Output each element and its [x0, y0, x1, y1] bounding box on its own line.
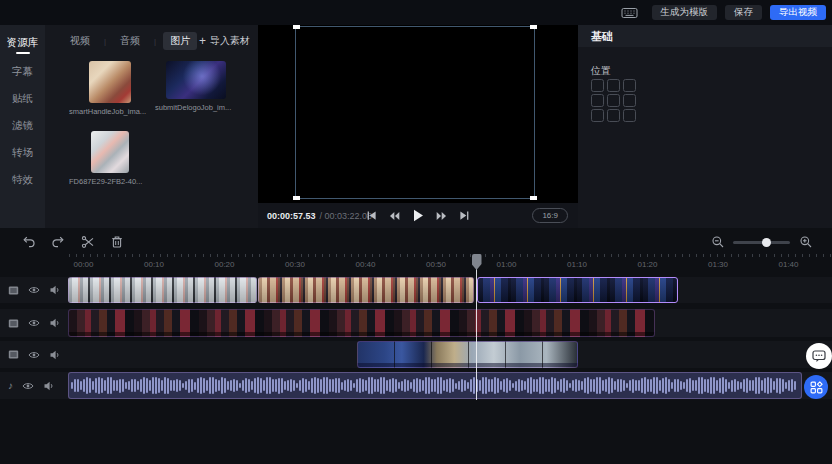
toggle-visibility-eye-icon[interactable] [28, 349, 40, 361]
media-thumbnail-cat-tan[interactable] [89, 61, 131, 103]
ruler-tick [301, 254, 302, 257]
media-thumbnail-news[interactable] [166, 61, 226, 99]
import-material-button[interactable]: + 导入素材 [199, 34, 250, 48]
redo-button[interactable] [50, 234, 66, 250]
waveform-bar [188, 379, 190, 393]
waveform-bar [677, 379, 679, 392]
split-scissors-button[interactable] [80, 234, 96, 250]
zoom-slider-thumb[interactable] [762, 238, 771, 247]
waveform-bar [257, 377, 259, 394]
toggle-mute-speaker-icon[interactable] [49, 284, 61, 296]
sidebar-item-captions[interactable]: 字幕 [0, 58, 45, 85]
ruler-label: 01:30 [708, 260, 728, 269]
waveform-bar [317, 378, 319, 392]
waveform-bar [170, 380, 172, 391]
ruler-tick [520, 254, 521, 257]
waveform-bar [596, 377, 598, 395]
position-cell[interactable] [591, 79, 604, 92]
ruler-tick [421, 254, 422, 257]
position-cell[interactable] [623, 79, 636, 92]
waveform-bar [233, 379, 235, 392]
position-cell[interactable] [623, 109, 636, 122]
position-cell[interactable] [607, 94, 620, 107]
toggle-visibility-eye-icon[interactable] [22, 380, 34, 392]
waveform-bar [509, 380, 511, 392]
waveform-bar [638, 380, 640, 390]
save-button[interactable]: 保存 [725, 5, 762, 20]
audio-clip[interactable] [68, 372, 802, 399]
sidebar-item-stickers[interactable]: 贴纸 [0, 85, 45, 112]
sidebar-item-library[interactable]: 资源库 [0, 31, 45, 58]
video-clip[interactable] [68, 277, 257, 303]
ruler-tick [97, 254, 98, 257]
ruler-tick [830, 254, 831, 257]
media-item[interactable]: smartHandleJob_ima... [69, 61, 151, 116]
comment-bubble-button[interactable] [806, 343, 832, 369]
toggle-visibility-eye-icon[interactable] [28, 317, 40, 329]
film-strip-icon[interactable] [8, 285, 19, 296]
ruler-tick [160, 254, 161, 257]
export-video-button[interactable]: 导出视频 [770, 5, 826, 20]
waveform-bar [461, 379, 463, 392]
toggle-mute-speaker-icon[interactable] [43, 380, 55, 392]
video-clip[interactable] [258, 277, 474, 303]
toggle-mute-speaker-icon[interactable] [49, 349, 61, 361]
keyboard-shortcuts-icon[interactable] [621, 7, 638, 19]
zoom-in-icon[interactable] [798, 234, 814, 250]
play-button[interactable] [412, 209, 424, 222]
position-cell[interactable] [623, 94, 636, 107]
waveform-bar [284, 381, 286, 390]
tab-audio[interactable]: 音频 [113, 32, 147, 50]
waveform-bar [218, 380, 220, 392]
media-item[interactable]: submitDelogoJob_im... [155, 61, 237, 112]
video-clip[interactable] [68, 309, 655, 337]
waveform-bar [308, 381, 310, 390]
undo-button[interactable] [21, 234, 37, 250]
ruler-tick [527, 254, 528, 257]
ruler-tick [181, 254, 182, 257]
skip-end-button[interactable] [459, 210, 470, 221]
template-grid-button[interactable] [804, 375, 828, 399]
film-strip-icon[interactable] [8, 318, 19, 329]
position-cell[interactable] [591, 94, 604, 107]
delete-trash-button[interactable] [109, 234, 125, 250]
toggle-visibility-eye-icon[interactable] [28, 284, 40, 296]
ruler-tick [485, 254, 486, 257]
aspect-ratio-button[interactable]: 16:9 [532, 208, 568, 223]
sidebar-item-effects[interactable]: 特效 [0, 166, 45, 193]
sidebar-item-filters[interactable]: 滤镜 [0, 112, 45, 139]
zoom-out-icon[interactable] [710, 234, 726, 250]
position-cell[interactable] [607, 109, 620, 122]
toggle-mute-speaker-icon[interactable] [49, 317, 61, 329]
skip-start-button[interactable] [366, 210, 377, 221]
selection-handle-bottom-left[interactable] [293, 196, 300, 200]
generate-template-button[interactable]: 生成为模版 [652, 5, 718, 20]
timecode: 00:00:57.53 / 00:03:22.08 [267, 211, 372, 221]
waveform-bar [614, 381, 616, 389]
tab-image[interactable]: 图片 [163, 32, 197, 50]
rewind-button[interactable] [389, 211, 400, 221]
waveform-bar [713, 377, 715, 393]
position-cell[interactable] [591, 109, 604, 122]
selection-handle-top-right[interactable] [530, 25, 537, 29]
timeline-ruler[interactable]: 00:0000:1000:2000:3000:4000:5001:0001:10… [0, 254, 832, 276]
waveform-bar [365, 380, 367, 390]
waveform-bar [362, 379, 364, 392]
film-strip-icon[interactable] [8, 349, 19, 360]
waveform-bar [470, 379, 472, 393]
selection-box[interactable] [295, 26, 535, 199]
fast-forward-button[interactable] [436, 211, 447, 221]
video-clip-selected[interactable] [477, 277, 678, 303]
tab-video[interactable]: 视频 [63, 32, 97, 50]
sidebar-item-transitions[interactable]: 转场 [0, 139, 45, 166]
waveform-bar [296, 383, 298, 389]
position-cell[interactable] [607, 79, 620, 92]
music-note-icon[interactable]: ♪ [8, 380, 13, 391]
selection-handle-top-left[interactable] [293, 25, 300, 29]
video-clip[interactable] [357, 341, 578, 368]
timeline-zoom-slider[interactable] [733, 241, 790, 244]
media-thumbnail-cat-grey[interactable] [91, 131, 129, 173]
waveform-bar [659, 380, 661, 391]
media-item[interactable]: FD687E29-2FB2-40... [69, 131, 151, 186]
selection-handle-bottom-right[interactable] [530, 196, 537, 200]
